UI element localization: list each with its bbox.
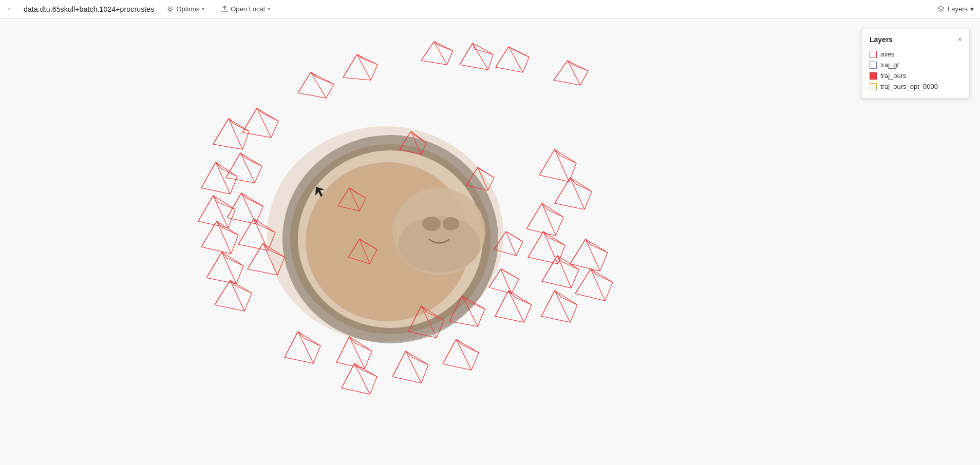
svg-line-73 bbox=[238, 219, 254, 244]
back-button[interactable]: ← bbox=[6, 4, 15, 14]
svg-line-21 bbox=[357, 54, 371, 80]
svg-line-167 bbox=[501, 269, 519, 279]
svg-line-162 bbox=[506, 231, 516, 256]
topbar: ← data.dtu.65skull+batch.1024+procrustes… bbox=[0, 0, 980, 18]
layers-icon bbox=[937, 5, 945, 13]
svg-point-0 bbox=[169, 8, 172, 10]
svg-line-10 bbox=[460, 43, 473, 65]
svg-marker-140 bbox=[443, 339, 479, 370]
layers-button[interactable]: Layers ▾ bbox=[937, 5, 974, 13]
svg-line-121 bbox=[285, 332, 298, 357]
svg-line-106 bbox=[591, 269, 605, 301]
svg-point-7 bbox=[422, 217, 441, 231]
options-chevron: ▾ bbox=[202, 6, 204, 12]
svg-line-57 bbox=[201, 221, 217, 247]
layer-item-traj-ours[interactable]: traj_ours bbox=[870, 70, 962, 81]
svg-line-34 bbox=[568, 61, 580, 85]
svg-marker-124 bbox=[495, 290, 532, 322]
svg-line-30 bbox=[434, 42, 447, 65]
layers-panel: Layers × axes traj_gt traj_ours traj_our… bbox=[862, 29, 970, 99]
open-local-label: Open Local bbox=[231, 5, 265, 13]
options-label: Options bbox=[176, 5, 199, 13]
close-panel-button[interactable]: × bbox=[957, 35, 962, 44]
svg-line-125 bbox=[495, 290, 508, 316]
layer-color-traj-ours-opt bbox=[870, 83, 877, 90]
svg-line-33 bbox=[554, 61, 568, 80]
layer-label-traj-ours-opt: traj_ours_opt_0000 bbox=[880, 83, 938, 90]
svg-line-15 bbox=[298, 72, 311, 93]
svg-line-98 bbox=[557, 256, 571, 288]
layer-item-traj-gt[interactable]: traj_gt bbox=[870, 60, 962, 70]
svg-line-81 bbox=[539, 149, 555, 175]
svg-line-89 bbox=[526, 203, 542, 229]
layer-label-axes: axes bbox=[880, 50, 894, 58]
svg-marker-36 bbox=[213, 119, 249, 149]
layer-item-traj-ours-opt[interactable]: traj_ours_opt_0000 bbox=[870, 81, 962, 92]
layers-chevron: ▾ bbox=[970, 5, 974, 13]
layer-color-traj-gt bbox=[870, 62, 877, 69]
layer-color-traj-ours bbox=[870, 72, 877, 80]
svg-line-85 bbox=[555, 178, 570, 203]
gear-icon bbox=[166, 6, 174, 13]
svg-line-35 bbox=[568, 61, 588, 71]
svg-line-20 bbox=[343, 54, 357, 78]
svg-line-97 bbox=[542, 256, 557, 281]
layer-label-traj-ours: traj_ours bbox=[880, 72, 907, 80]
svg-line-101 bbox=[570, 239, 586, 264]
svg-line-163 bbox=[506, 231, 523, 242]
3d-scene bbox=[0, 18, 980, 465]
svg-line-129 bbox=[541, 290, 555, 316]
viewport[interactable] bbox=[0, 18, 980, 465]
svg-point-8 bbox=[443, 217, 459, 230]
svg-line-77 bbox=[248, 243, 263, 269]
svg-line-137 bbox=[392, 351, 406, 377]
layer-color-axes bbox=[870, 51, 877, 58]
svg-line-25 bbox=[496, 47, 508, 67]
svg-line-141 bbox=[443, 339, 456, 364]
svg-line-65 bbox=[215, 280, 230, 305]
open-local-chevron: ▾ bbox=[268, 6, 270, 12]
svg-marker-132 bbox=[342, 363, 377, 394]
upload-icon bbox=[221, 6, 228, 13]
panel-header: Layers × bbox=[870, 35, 962, 44]
svg-line-61 bbox=[206, 252, 222, 278]
open-local-button[interactable]: Open Local ▾ bbox=[217, 4, 274, 14]
layer-item-axes[interactable]: axes bbox=[870, 49, 962, 60]
layers-label: Layers bbox=[948, 5, 968, 13]
svg-line-90 bbox=[542, 203, 556, 236]
svg-line-29 bbox=[421, 42, 434, 61]
svg-line-53 bbox=[198, 196, 213, 221]
page-title: data.dtu.65skull+batch.1024+procrustes bbox=[24, 5, 154, 13]
layers-panel-title: Layers bbox=[870, 35, 893, 44]
svg-line-45 bbox=[201, 162, 216, 188]
svg-line-93 bbox=[528, 231, 543, 257]
svg-line-37 bbox=[213, 119, 229, 144]
svg-line-102 bbox=[586, 239, 600, 271]
svg-line-41 bbox=[242, 108, 257, 132]
svg-marker-19 bbox=[343, 54, 378, 80]
svg-line-133 bbox=[342, 363, 354, 388]
svg-line-109 bbox=[336, 337, 349, 362]
options-button[interactable]: Options ▾ bbox=[162, 4, 209, 14]
layer-label-traj-gt: traj_gt bbox=[880, 61, 899, 69]
svg-line-166 bbox=[501, 269, 512, 294]
